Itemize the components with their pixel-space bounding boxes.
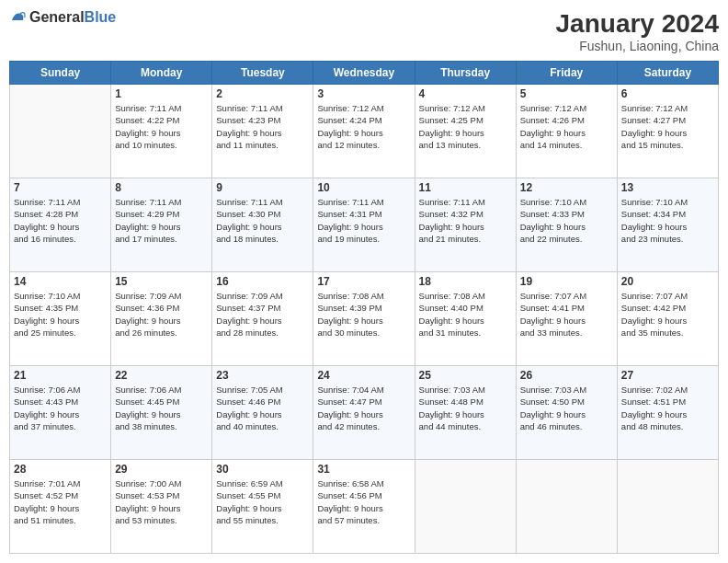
- day-info: Sunrise: 7:03 AM Sunset: 4:48 PM Dayligh…: [419, 384, 512, 432]
- day-info: Sunrise: 7:12 AM Sunset: 4:27 PM Dayligh…: [621, 102, 714, 151]
- calendar-cell: 12Sunrise: 7:10 AM Sunset: 4:33 PM Dayli…: [516, 178, 617, 272]
- calendar-cell: 1Sunrise: 7:11 AM Sunset: 4:22 PM Daylig…: [111, 85, 212, 178]
- calendar-table: Sunday Monday Tuesday Wednesday Thursday…: [9, 61, 719, 554]
- col-tuesday: Tuesday: [212, 62, 313, 85]
- calendar-cell: 28Sunrise: 7:01 AM Sunset: 4:52 PM Dayli…: [10, 460, 111, 554]
- calendar-cell: 26Sunrise: 7:03 AM Sunset: 4:50 PM Dayli…: [516, 366, 617, 460]
- logo-text: GeneralBlue: [29, 9, 116, 26]
- day-info: Sunrise: 7:05 AM Sunset: 4:46 PM Dayligh…: [216, 384, 309, 432]
- day-info: Sunrise: 7:04 AM Sunset: 4:47 PM Dayligh…: [317, 384, 410, 432]
- calendar-cell: 5Sunrise: 7:12 AM Sunset: 4:26 PM Daylig…: [516, 85, 617, 178]
- calendar-cell: 10Sunrise: 7:11 AM Sunset: 4:31 PM Dayli…: [313, 178, 415, 272]
- calendar-cell: 24Sunrise: 7:04 AM Sunset: 4:47 PM Dayli…: [313, 366, 415, 460]
- subtitle: Fushun, Liaoning, China: [556, 39, 719, 53]
- day-number: 7: [14, 181, 107, 194]
- calendar-cell: 2Sunrise: 7:11 AM Sunset: 4:23 PM Daylig…: [212, 85, 313, 178]
- col-monday: Monday: [111, 62, 212, 85]
- calendar-week-3: 14Sunrise: 7:10 AM Sunset: 4:35 PM Dayli…: [10, 272, 719, 366]
- day-info: Sunrise: 7:08 AM Sunset: 4:39 PM Dayligh…: [317, 290, 410, 339]
- day-number: 4: [419, 87, 512, 100]
- calendar-cell: 23Sunrise: 7:05 AM Sunset: 4:46 PM Dayli…: [212, 366, 313, 460]
- day-number: 24: [317, 369, 410, 382]
- day-info: Sunrise: 6:59 AM Sunset: 4:55 PM Dayligh…: [216, 477, 309, 526]
- day-number: 22: [115, 369, 208, 382]
- logo: GeneralBlue: [9, 9, 116, 26]
- day-number: 30: [216, 463, 309, 476]
- day-info: Sunrise: 7:08 AM Sunset: 4:40 PM Dayligh…: [419, 290, 512, 339]
- day-number: 29: [115, 463, 208, 476]
- day-number: 2: [216, 87, 309, 100]
- day-number: 25: [419, 369, 512, 382]
- day-info: Sunrise: 7:10 AM Sunset: 4:33 PM Dayligh…: [520, 196, 613, 245]
- calendar-cell: 14Sunrise: 7:10 AM Sunset: 4:35 PM Dayli…: [10, 272, 111, 366]
- day-info: Sunrise: 7:11 AM Sunset: 4:22 PM Dayligh…: [115, 102, 208, 151]
- day-info: Sunrise: 7:11 AM Sunset: 4:30 PM Dayligh…: [216, 196, 309, 245]
- day-info: Sunrise: 7:06 AM Sunset: 4:43 PM Dayligh…: [14, 384, 107, 432]
- calendar-cell: 31Sunrise: 6:58 AM Sunset: 4:56 PM Dayli…: [313, 460, 415, 554]
- calendar-cell: 17Sunrise: 7:08 AM Sunset: 4:39 PM Dayli…: [313, 272, 415, 366]
- day-number: 10: [317, 181, 410, 194]
- day-info: Sunrise: 7:09 AM Sunset: 4:37 PM Dayligh…: [216, 290, 309, 339]
- day-number: 13: [621, 181, 714, 194]
- calendar-cell: [415, 460, 516, 554]
- calendar-cell: 13Sunrise: 7:10 AM Sunset: 4:34 PM Dayli…: [617, 178, 718, 272]
- day-number: 15: [115, 275, 208, 288]
- calendar-cell: [617, 460, 718, 554]
- day-number: 5: [520, 87, 613, 100]
- day-number: 6: [621, 87, 714, 100]
- day-number: 1: [115, 87, 208, 100]
- day-number: 11: [419, 181, 512, 194]
- calendar-cell: 21Sunrise: 7:06 AM Sunset: 4:43 PM Dayli…: [10, 366, 111, 460]
- day-number: 3: [317, 87, 410, 100]
- calendar-cell: 30Sunrise: 6:59 AM Sunset: 4:55 PM Dayli…: [212, 460, 313, 554]
- calendar-cell: 9Sunrise: 7:11 AM Sunset: 4:30 PM Daylig…: [212, 178, 313, 272]
- day-number: 21: [14, 369, 107, 382]
- day-info: Sunrise: 7:00 AM Sunset: 4:53 PM Dayligh…: [115, 477, 208, 526]
- calendar-cell: 8Sunrise: 7:11 AM Sunset: 4:29 PM Daylig…: [111, 178, 212, 272]
- day-number: 17: [317, 275, 410, 288]
- calendar-cell: 19Sunrise: 7:07 AM Sunset: 4:41 PM Dayli…: [516, 272, 617, 366]
- calendar-cell: 22Sunrise: 7:06 AM Sunset: 4:45 PM Dayli…: [111, 366, 212, 460]
- day-info: Sunrise: 7:09 AM Sunset: 4:36 PM Dayligh…: [115, 290, 208, 339]
- day-info: Sunrise: 7:11 AM Sunset: 4:31 PM Dayligh…: [317, 196, 410, 245]
- day-number: 28: [14, 463, 107, 476]
- day-number: 19: [520, 275, 613, 288]
- day-number: 16: [216, 275, 309, 288]
- calendar-cell: 20Sunrise: 7:07 AM Sunset: 4:42 PM Dayli…: [617, 272, 718, 366]
- day-info: Sunrise: 7:02 AM Sunset: 4:51 PM Dayligh…: [621, 384, 714, 432]
- calendar-cell: [516, 460, 617, 554]
- day-info: Sunrise: 6:58 AM Sunset: 4:56 PM Dayligh…: [317, 477, 410, 526]
- day-info: Sunrise: 7:03 AM Sunset: 4:50 PM Dayligh…: [520, 384, 613, 432]
- day-number: 20: [621, 275, 714, 288]
- day-info: Sunrise: 7:11 AM Sunset: 4:23 PM Dayligh…: [216, 102, 309, 151]
- day-number: 9: [216, 181, 309, 194]
- day-number: 18: [419, 275, 512, 288]
- calendar-cell: [10, 85, 111, 178]
- calendar-week-4: 21Sunrise: 7:06 AM Sunset: 4:43 PM Dayli…: [10, 366, 719, 460]
- day-info: Sunrise: 7:12 AM Sunset: 4:26 PM Dayligh…: [520, 102, 613, 151]
- day-info: Sunrise: 7:01 AM Sunset: 4:52 PM Dayligh…: [14, 477, 107, 526]
- col-saturday: Saturday: [617, 62, 718, 85]
- logo-icon: [9, 9, 26, 26]
- page: GeneralBlue January 2024 Fushun, Liaonin…: [0, 0, 728, 563]
- calendar-cell: 4Sunrise: 7:12 AM Sunset: 4:25 PM Daylig…: [415, 85, 516, 178]
- calendar-cell: 29Sunrise: 7:00 AM Sunset: 4:53 PM Dayli…: [111, 460, 212, 554]
- day-number: 31: [317, 463, 410, 476]
- day-info: Sunrise: 7:12 AM Sunset: 4:25 PM Dayligh…: [419, 102, 512, 151]
- day-info: Sunrise: 7:10 AM Sunset: 4:35 PM Dayligh…: [14, 290, 107, 339]
- day-info: Sunrise: 7:12 AM Sunset: 4:24 PM Dayligh…: [317, 102, 410, 151]
- calendar-cell: 15Sunrise: 7:09 AM Sunset: 4:36 PM Dayli…: [111, 272, 212, 366]
- calendar-week-2: 7Sunrise: 7:11 AM Sunset: 4:28 PM Daylig…: [10, 178, 719, 272]
- day-info: Sunrise: 7:11 AM Sunset: 4:29 PM Dayligh…: [115, 196, 208, 245]
- calendar-cell: 16Sunrise: 7:09 AM Sunset: 4:37 PM Dayli…: [212, 272, 313, 366]
- calendar-cell: 11Sunrise: 7:11 AM Sunset: 4:32 PM Dayli…: [415, 178, 516, 272]
- calendar-cell: 6Sunrise: 7:12 AM Sunset: 4:27 PM Daylig…: [617, 85, 718, 178]
- calendar-cell: 25Sunrise: 7:03 AM Sunset: 4:48 PM Dayli…: [415, 366, 516, 460]
- day-info: Sunrise: 7:06 AM Sunset: 4:45 PM Dayligh…: [115, 384, 208, 432]
- day-number: 23: [216, 369, 309, 382]
- col-thursday: Thursday: [415, 62, 516, 85]
- calendar-week-1: 1Sunrise: 7:11 AM Sunset: 4:22 PM Daylig…: [10, 85, 719, 178]
- month-title: January 2024: [556, 9, 719, 39]
- day-number: 12: [520, 181, 613, 194]
- title-area: January 2024 Fushun, Liaoning, China: [556, 9, 719, 53]
